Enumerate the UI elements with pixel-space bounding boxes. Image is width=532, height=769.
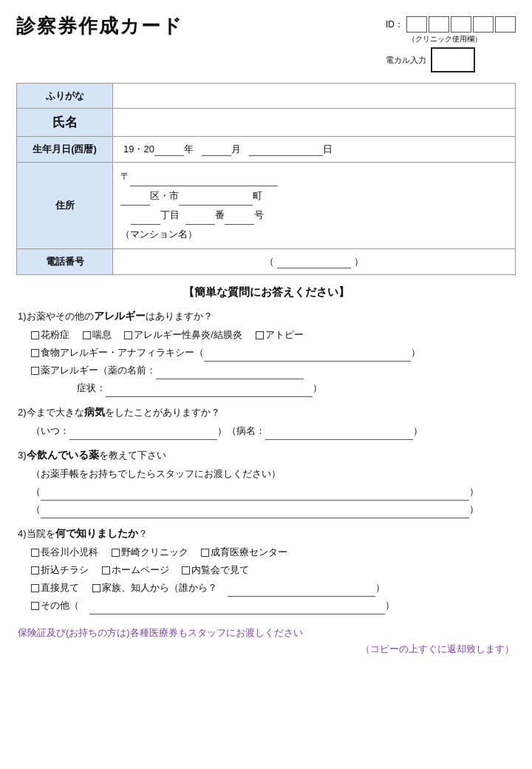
q4-block: 4)当院を何で知りましたか？ 長谷川小児科 野崎クリニック 成育医療センター 折… xyxy=(18,524,514,614)
shimei-label-cell: 氏名 xyxy=(17,109,113,137)
q3-block: 3)今飲んでいる薬を教えて下さい （お薬手帳をお持ちでしたらスタッフにお渡しくだ… xyxy=(18,446,514,518)
q1-cb-kafun[interactable]: 花粉症 xyxy=(31,329,69,340)
furigana-value[interactable] xyxy=(113,84,516,109)
shimei-row: 氏名 xyxy=(17,109,516,137)
q1-cb-atopy[interactable]: アトピー xyxy=(256,329,304,340)
q4-cb-chokusetsu[interactable]: 直接見て xyxy=(31,582,79,593)
address-go[interactable] xyxy=(225,211,254,225)
shimei-value[interactable] xyxy=(113,109,516,137)
address-line1: 〒 xyxy=(120,167,508,186)
id-label: ID： xyxy=(386,18,403,31)
q1-cb-food[interactable] xyxy=(31,349,39,357)
denka-box[interactable] xyxy=(431,47,475,72)
q4-row3: 直接見て 家族、知人から（誰から？） xyxy=(18,579,514,597)
form-table: ふりがな 氏名 生年月日(西暦) 19・20年 月 日 住所 xyxy=(16,83,516,275)
address-ban[interactable] xyxy=(185,211,215,225)
id-row: ID： xyxy=(386,16,516,33)
phone-row: 電話番号 （ ） xyxy=(17,249,516,275)
address-mansion: （マンション名） xyxy=(120,225,508,244)
id-box-2[interactable] xyxy=(429,16,449,33)
q1-options: 花粉症 喘息 アレルギー性鼻炎/結膜炎 アトピー xyxy=(18,326,514,344)
q1-cb-zensoku[interactable]: 喘息 xyxy=(83,329,112,340)
address-value: 〒 区・市町 丁目 番号 （マンション名） xyxy=(113,163,516,249)
id-boxes xyxy=(406,16,516,33)
q1-symptom-line: 症状：） xyxy=(18,379,514,397)
q4-cb-nairan[interactable]: 内覧会で見て xyxy=(182,564,249,575)
address-row: 住所 〒 区・市町 丁目 番号 （マンション名） xyxy=(17,163,516,249)
address-ku[interactable] xyxy=(120,192,150,206)
q4-cb-ikusei[interactable]: 成育医療センター xyxy=(201,546,287,558)
q4-cb-nozaki[interactable]: 野崎クリニック xyxy=(112,546,188,558)
q3-title: 3)今飲んでいる薬を教えて下さい xyxy=(18,446,514,465)
id-box-4[interactable] xyxy=(473,16,494,33)
address-line3: 丁目 番号 xyxy=(120,206,508,225)
phone-label: 電話番号 xyxy=(17,249,113,275)
q1-cb-drug[interactable] xyxy=(31,367,39,375)
birthday-label: 生年月日(西暦) xyxy=(17,137,113,163)
q2-when-input[interactable] xyxy=(69,428,217,440)
denka-row: 電カル入力 xyxy=(386,47,475,72)
birthday-year-input[interactable] xyxy=(154,143,184,156)
q4-cb-kazoku[interactable]: 家族、知人から（誰から？ xyxy=(92,582,217,593)
address-machi[interactable] xyxy=(179,192,253,206)
q2-name-input[interactable] xyxy=(265,428,413,440)
q3-input-2[interactable] xyxy=(41,507,469,518)
q3-input-1[interactable] xyxy=(41,489,469,501)
footer-note-line2: （コピーの上すぐに返却致します） xyxy=(18,641,514,657)
q4-cb-hasegawa[interactable]: 長谷川小児科 xyxy=(31,546,98,558)
q2-title: 2)今まで大きな病気をしたことがありますか？ xyxy=(18,403,514,422)
q4-row4: その他（） xyxy=(18,597,514,614)
footer-note-line1: 保険証及び(お持ちの方は)各種医療券もスタッフにお渡しください xyxy=(18,627,303,638)
questions-section: 【簡単な質問にお答えください】 1)お薬やその他のアレルギーはありますか？ 花粉… xyxy=(16,285,516,657)
furigana-row: ふりがな xyxy=(17,84,516,109)
q2-block: 2)今まで大きな病気をしたことがありますか？ （いつ：）（病名：） xyxy=(18,403,514,440)
id-box-3[interactable] xyxy=(451,16,471,33)
q2-answer-line: （いつ：）（病名：） xyxy=(18,422,514,440)
q4-cb-homepage[interactable]: ホームページ xyxy=(102,564,169,575)
q1-drug-name-input[interactable] xyxy=(156,367,304,379)
address-content: 〒 区・市町 丁目 番号 （マンション名） xyxy=(120,167,508,244)
id-box-1[interactable] xyxy=(406,16,427,33)
q4-title: 4)当院を何で知りましたか？ xyxy=(18,524,514,543)
birthday-day-input[interactable] xyxy=(249,143,323,156)
furigana-label: ふりがな xyxy=(17,84,113,109)
q1-block: 1)お薬やその他のアレルギーはありますか？ 花粉症 喘息 アレルギー性鼻炎/結膜… xyxy=(18,307,514,397)
footer-note: 保険証及び(お持ちの方は)各種医療券もスタッフにお渡しください （コピーの上すぐ… xyxy=(18,625,514,657)
q3-note: （お薬手帳をお持ちでしたらスタッフにお渡しください） xyxy=(18,465,514,483)
q4-row2: 折込チラシ ホームページ 内覧会で見て xyxy=(18,561,514,579)
q4-row1: 長谷川小児科 野崎クリニック 成育医療センター xyxy=(18,543,514,561)
q1-symptom-input[interactable] xyxy=(106,385,313,397)
birthday-prefix: 19・20 xyxy=(123,143,154,155)
q4-cb-chirashi[interactable]: 折込チラシ xyxy=(31,564,89,575)
q4-cb-other[interactable]: その他（ xyxy=(31,600,79,611)
address-chome[interactable] xyxy=(131,211,160,225)
birthday-value: 19・20年 月 日 xyxy=(113,137,516,163)
q4-other-input[interactable] xyxy=(89,603,385,614)
phone-value: （ ） xyxy=(113,249,516,275)
q4-kazoku-input[interactable] xyxy=(228,585,375,597)
address-zip[interactable] xyxy=(130,173,278,186)
page-title: 診察券作成カード xyxy=(16,13,183,39)
q3-line2: （） xyxy=(18,501,514,518)
q1-cb-hana[interactable]: アレルギー性鼻炎/結膜炎 xyxy=(124,329,242,340)
address-line2: 区・市町 xyxy=(120,186,508,206)
phone-input[interactable] xyxy=(277,255,351,268)
header-area: 診察券作成カード ID： （クリニック使用欄） 電カル入力 xyxy=(16,13,516,72)
q3-line1: （） xyxy=(18,483,514,501)
address-label: 住所 xyxy=(17,163,113,249)
birthday-month-input[interactable] xyxy=(202,143,231,156)
q1-title: 1)お薬やその他のアレルギーはありますか？ xyxy=(18,307,514,326)
id-area: ID： （クリニック使用欄） 電カル入力 xyxy=(386,16,516,72)
denka-label: 電カル入力 xyxy=(386,55,426,66)
id-box-5[interactable] xyxy=(495,16,516,33)
clinic-note: （クリニック使用欄） xyxy=(408,35,482,43)
questions-header: 【簡単な質問にお答えください】 xyxy=(18,285,514,299)
birthday-row: 生年月日(西暦) 19・20年 月 日 xyxy=(17,137,516,163)
q1-food-input[interactable] xyxy=(204,350,411,362)
q1-drug-line: 薬アレルギー（薬の名前： xyxy=(18,362,514,379)
q1-food-line: 食物アレルギー・アナフィラキシー（） xyxy=(18,344,514,362)
